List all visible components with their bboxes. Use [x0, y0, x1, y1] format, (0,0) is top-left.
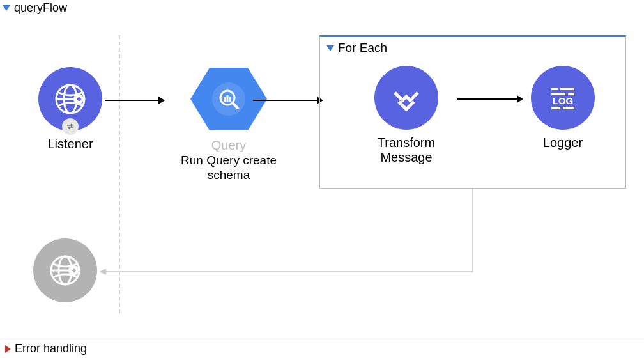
- arrow-icon: [250, 93, 325, 108]
- svg-rect-15: [551, 88, 558, 90]
- svg-marker-5: [158, 97, 165, 104]
- svg-line-7: [233, 103, 238, 108]
- flow-title: queryFlow: [14, 1, 67, 15]
- transform-label-1: Transform: [378, 135, 435, 151]
- chevron-down-icon: [3, 5, 10, 11]
- query-node[interactable]: Query Run Query create schema: [165, 66, 293, 183]
- transform-icon: [374, 66, 438, 130]
- query-label-top: Query: [211, 137, 246, 153]
- foreach-title: For Each: [338, 41, 387, 55]
- logger-label: Logger: [543, 135, 583, 151]
- query-label-line2: schema: [208, 168, 250, 183]
- foreach-scope[interactable]: For Each Transform Message: [319, 35, 626, 189]
- transform-label-2: Message: [380, 150, 432, 166]
- response-node[interactable]: [27, 238, 103, 302]
- transform-node[interactable]: Transform Message: [355, 66, 457, 166]
- logger-node[interactable]: LOG Logger: [518, 66, 608, 151]
- svg-rect-8: [224, 97, 226, 102]
- listener-node[interactable]: Listener: [26, 67, 115, 152]
- globe-icon: [38, 67, 102, 131]
- error-handling-title: Error handling: [15, 342, 87, 355]
- globe-icon: [33, 238, 97, 302]
- svg-rect-9: [227, 95, 229, 102]
- query-label-line1: Run Query create: [181, 153, 277, 168]
- return-path: [96, 189, 537, 284]
- logger-icon: LOG: [531, 66, 595, 130]
- foreach-header[interactable]: For Each: [320, 37, 625, 59]
- chevron-right-icon: [5, 345, 11, 353]
- svg-rect-20: [551, 107, 560, 109]
- arrow-icon: [454, 91, 525, 107]
- arrow-icon: [102, 93, 166, 108]
- svg-rect-10: [229, 97, 231, 102]
- chevron-down-icon: [326, 45, 334, 51]
- exchange-badge-icon: [62, 118, 79, 135]
- listener-label: Listener: [47, 136, 93, 152]
- svg-rect-21: [563, 107, 574, 109]
- svg-text:LOG: LOG: [553, 95, 574, 106]
- flow-canvas: Listener Query Run Query create schema: [0, 16, 644, 329]
- svg-rect-16: [560, 88, 574, 90]
- flow-header[interactable]: queryFlow: [0, 0, 644, 16]
- error-handling-section[interactable]: Error handling: [0, 339, 644, 358]
